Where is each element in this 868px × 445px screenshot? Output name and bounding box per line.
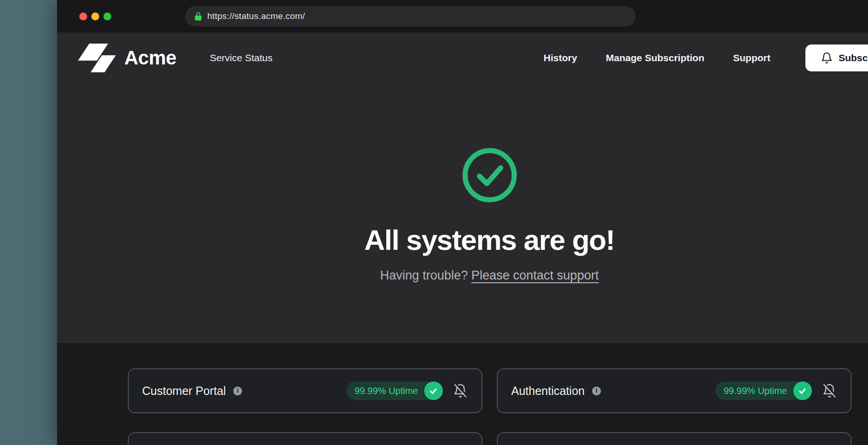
lock-icon[interactable] xyxy=(194,12,202,21)
services-section: Customer Portal i 99.99% Uptime xyxy=(57,343,868,445)
service-card-partial-left xyxy=(128,432,482,445)
trouble-text: Having trouble? xyxy=(380,268,468,282)
all-clear-check-icon xyxy=(462,147,517,203)
services-grid: Customer Portal i 99.99% Uptime xyxy=(128,369,851,445)
contact-support-link[interactable]: Please contact support xyxy=(471,268,599,282)
service-card-authentication: Authentication i 99.99% Uptime xyxy=(497,369,851,413)
bell-off-icon[interactable] xyxy=(822,383,837,398)
service-name: Authentication xyxy=(511,384,585,398)
uptime-text: 99.99% Uptime xyxy=(724,386,787,396)
info-icon[interactable]: i xyxy=(592,387,601,395)
service-card-customer-portal: Customer Portal i 99.99% Uptime xyxy=(128,369,482,413)
status-subtext: Having trouble? Please contact support xyxy=(57,268,868,283)
nav-support[interactable]: Support xyxy=(733,52,770,64)
service-name: Customer Portal xyxy=(142,384,226,398)
status-headline: All systems are go! xyxy=(57,223,868,256)
uptime-badge: 99.99% Uptime xyxy=(715,381,812,400)
url-text: https://status.acme.com/ xyxy=(207,11,305,21)
window-controls xyxy=(79,13,111,20)
site-header: Acme Service Status History Manage Subsc… xyxy=(57,32,868,83)
operational-check-icon xyxy=(793,381,812,400)
subscribe-label: Subscribe xyxy=(838,52,868,64)
site-subtitle: Service Status xyxy=(210,52,272,64)
address-bar[interactable]: https://status.acme.com/ xyxy=(185,6,636,26)
brand-name: Acme xyxy=(124,47,176,69)
subscribe-button[interactable]: Subscribe xyxy=(805,44,868,71)
brand-home-link[interactable]: Acme xyxy=(78,43,176,73)
operational-check-icon xyxy=(424,381,443,400)
info-icon[interactable]: i xyxy=(233,387,242,395)
main-nav: History Manage Subscription Support xyxy=(543,52,770,64)
maximize-window-button[interactable] xyxy=(103,13,111,20)
hero-section: All systems are go! Having trouble? Plea… xyxy=(57,83,868,343)
acme-logo-icon xyxy=(78,43,116,73)
bell-off-icon[interactable] xyxy=(453,383,468,398)
service-card-right: 99.99% Uptime xyxy=(346,381,468,400)
service-card-right: 99.99% Uptime xyxy=(715,381,837,400)
browser-chrome: https://status.acme.com/ xyxy=(57,0,868,32)
close-window-button[interactable] xyxy=(79,13,87,20)
minimize-window-button[interactable] xyxy=(91,13,99,20)
uptime-badge: 99.99% Uptime xyxy=(346,381,443,400)
browser-window: https://status.acme.com/ Acme Service St… xyxy=(57,0,868,445)
nav-history[interactable]: History xyxy=(543,52,577,64)
nav-manage-subscription[interactable]: Manage Subscription xyxy=(606,52,704,64)
uptime-text: 99.99% Uptime xyxy=(355,386,418,396)
service-card-partial-right xyxy=(497,432,851,445)
bell-icon xyxy=(821,52,833,64)
